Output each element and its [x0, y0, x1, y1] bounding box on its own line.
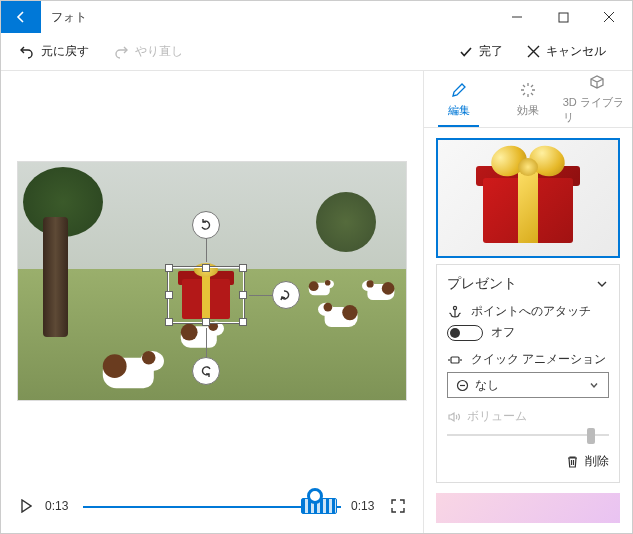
object-title: プレゼント: [447, 275, 517, 293]
tab-3d-library[interactable]: 3D ライブラリ: [563, 71, 632, 127]
animation-icon: [447, 353, 463, 367]
resize-handle[interactable]: [239, 291, 247, 299]
redo-button[interactable]: やり直し: [105, 39, 191, 64]
slider-thumb[interactable]: [587, 428, 595, 444]
canvas-area: 0:13 0:13: [1, 71, 423, 533]
app-title: フォト: [41, 1, 494, 33]
timeline-track[interactable]: [83, 496, 341, 516]
tab-library-label: 3D ライブラリ: [563, 95, 632, 125]
resize-handle[interactable]: [202, 264, 210, 272]
object-thumbnail[interactable]: [436, 138, 620, 258]
done-label: 完了: [479, 43, 503, 60]
resize-handle[interactable]: [202, 318, 210, 326]
tab-effects-label: 効果: [517, 103, 539, 118]
side-content: プレゼント ポイントへのアタッチ オフ: [424, 128, 632, 533]
toolbar: 元に戻す やり直し 完了 キャンセル: [1, 33, 632, 71]
titlebar: フォト: [1, 1, 632, 33]
selection-box: [168, 267, 244, 323]
side-tabs: 編集 効果 3D ライブラリ: [424, 71, 632, 128]
resize-handle[interactable]: [165, 264, 173, 272]
svg-rect-2: [451, 357, 459, 363]
svg-point-1: [453, 306, 456, 309]
animation-label: クイック アニメーション: [471, 351, 606, 368]
volume-slider[interactable]: [447, 425, 609, 443]
delete-button[interactable]: 削除: [585, 453, 609, 470]
tab-edit-label: 編集: [448, 103, 470, 118]
resize-handle[interactable]: [239, 264, 247, 272]
undo-button[interactable]: 元に戻す: [11, 39, 97, 64]
attach-toggle[interactable]: [447, 325, 483, 341]
body: 0:13 0:13 編集: [1, 71, 632, 533]
cancel-label: キャンセル: [546, 43, 606, 60]
close-button[interactable]: [586, 1, 632, 33]
tab-effects[interactable]: 効果: [493, 71, 562, 127]
rotate-handle-right[interactable]: [272, 281, 300, 309]
resize-handle[interactable]: [165, 291, 173, 299]
undo-label: 元に戻す: [41, 43, 89, 60]
redo-label: やり直し: [135, 43, 183, 60]
minimize-button[interactable]: [494, 1, 540, 33]
photos-window: フォト 元に戻す やり直し 完了 キャンセル: [0, 0, 633, 534]
fullscreen-button[interactable]: [389, 499, 407, 513]
done-button[interactable]: 完了: [451, 39, 511, 64]
attach-label: ポイントへのアタッチ: [471, 303, 591, 320]
delete-label: 削除: [585, 453, 609, 470]
timeline: 0:13 0:13: [17, 481, 407, 525]
total-time: 0:13: [351, 499, 379, 513]
chevron-down-icon: [588, 379, 600, 391]
stage-wrap: [17, 81, 407, 481]
rotate-handle-top[interactable]: [192, 211, 220, 239]
placed-3d-object[interactable]: [168, 267, 244, 323]
volume-icon: [447, 410, 461, 424]
tab-edit[interactable]: 編集: [424, 71, 493, 127]
collapse-icon[interactable]: [595, 277, 609, 291]
animation-value: なし: [475, 377, 499, 394]
resize-handle[interactable]: [165, 318, 173, 326]
attach-state: オフ: [491, 324, 515, 341]
maximize-button[interactable]: [540, 1, 586, 33]
volume-label: ボリューム: [467, 408, 527, 425]
play-button[interactable]: [17, 499, 35, 513]
anchor-icon: [447, 305, 463, 319]
resize-handle[interactable]: [239, 318, 247, 326]
svg-rect-0: [559, 13, 568, 22]
cancel-button[interactable]: キャンセル: [519, 39, 614, 64]
object-properties-card: プレゼント ポイントへのアタッチ オフ: [436, 264, 620, 483]
animation-select[interactable]: なし: [447, 372, 609, 398]
next-object-thumbnail[interactable]: [436, 493, 620, 523]
back-button[interactable]: [1, 1, 41, 33]
minus-circle-icon: [456, 379, 469, 392]
video-stage[interactable]: [17, 161, 407, 401]
trash-icon: [566, 455, 579, 469]
side-panel: 編集 効果 3D ライブラリ: [423, 71, 632, 533]
current-time: 0:13: [45, 499, 73, 513]
rotate-handle-bottom[interactable]: [192, 357, 220, 385]
playhead[interactable]: [307, 488, 323, 504]
